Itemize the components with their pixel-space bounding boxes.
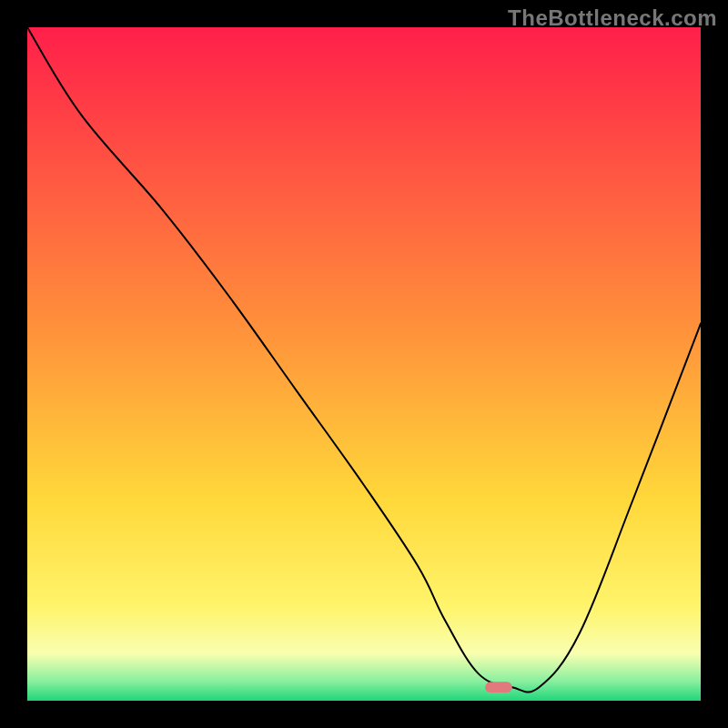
chart-canvas	[0, 0, 728, 728]
bottleneck-chart: TheBottleneck.com	[0, 0, 728, 728]
chart-plot-area	[27, 27, 701, 701]
optimal-point-marker	[485, 682, 512, 693]
watermark-text: TheBottleneck.com	[508, 5, 717, 31]
